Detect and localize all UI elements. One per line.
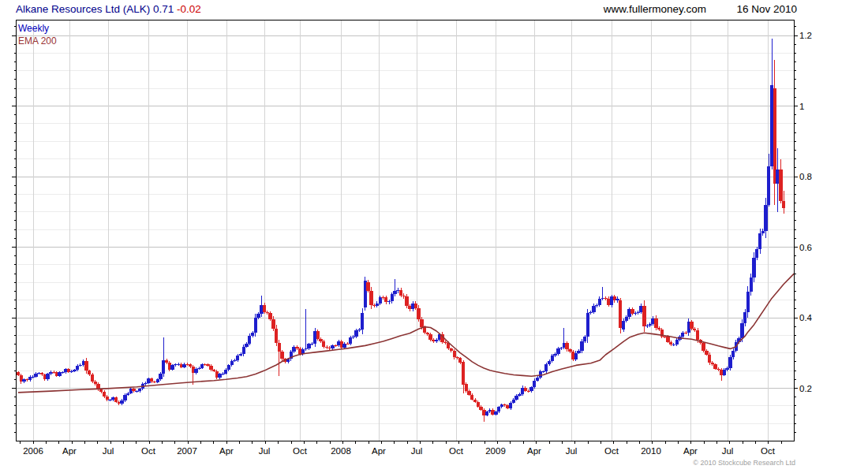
svg-text:2006: 2006 bbox=[23, 446, 43, 456]
svg-text:2008: 2008 bbox=[331, 446, 351, 456]
svg-text:0.4: 0.4 bbox=[799, 313, 813, 322]
site-url: www.fullermoney.com bbox=[604, 2, 706, 16]
chart-date: 16 Nov 2010 bbox=[736, 2, 797, 16]
svg-text:1.2: 1.2 bbox=[799, 31, 812, 40]
chart-window: 2006AprJulOct2007AprJulOct2008AprJulOct2… bbox=[0, 0, 868, 473]
svg-text:Jul: Jul bbox=[411, 446, 423, 456]
svg-text:Oct: Oct bbox=[141, 446, 156, 456]
svg-text:Apr: Apr bbox=[62, 446, 77, 456]
page-title: Alkane Resources Ltd (ALK) 0.71 -0.02 bbox=[16, 2, 201, 16]
svg-text:Jul: Jul bbox=[566, 446, 578, 456]
svg-text:Jul: Jul bbox=[103, 446, 114, 456]
svg-text:Jul: Jul bbox=[259, 446, 271, 456]
svg-text:Apr: Apr bbox=[219, 446, 234, 456]
svg-text:0.2: 0.2 bbox=[799, 384, 812, 393]
price-chart: 2006AprJulOct2007AprJulOct2008AprJulOct2… bbox=[0, 0, 868, 473]
legend-timeframe: Weekly bbox=[18, 23, 49, 35]
svg-text:Jul: Jul bbox=[722, 446, 734, 456]
svg-text:2010: 2010 bbox=[641, 446, 661, 456]
svg-text:0.6: 0.6 bbox=[799, 243, 812, 252]
svg-text:Oct: Oct bbox=[604, 446, 619, 456]
svg-text:Apr: Apr bbox=[527, 446, 541, 456]
svg-text:2007: 2007 bbox=[177, 446, 197, 456]
svg-text:1: 1 bbox=[799, 102, 804, 111]
svg-text:Oct: Oct bbox=[761, 446, 776, 456]
svg-text:2009: 2009 bbox=[485, 446, 506, 456]
svg-text:Apr: Apr bbox=[372, 446, 386, 456]
svg-text:Oct: Oct bbox=[449, 446, 464, 456]
svg-text:Apr: Apr bbox=[683, 446, 698, 456]
legend-ema: EMA 200 bbox=[18, 35, 57, 47]
copyright-notice: © 2010 Stockcube Research Ltd bbox=[693, 459, 795, 467]
svg-text:0.8: 0.8 bbox=[799, 172, 812, 181]
price-change: -0.02 bbox=[177, 3, 201, 15]
instrument-title: Alkane Resources Ltd (ALK) 0.71 bbox=[16, 3, 177, 15]
svg-text:Oct: Oct bbox=[293, 446, 308, 456]
